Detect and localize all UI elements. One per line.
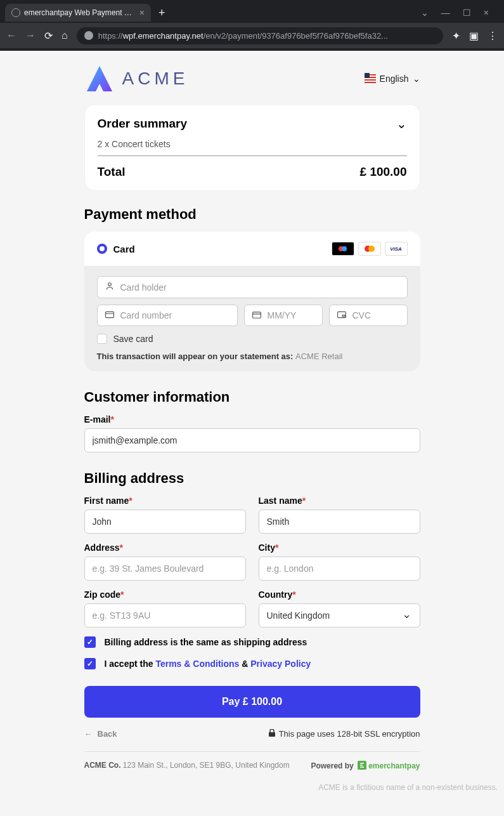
svg-rect-7 (105, 312, 113, 317)
maestro-icon (332, 242, 354, 256)
terms-link[interactable]: Terms & Conditions (155, 659, 239, 669)
first-name-label: First name* (84, 496, 246, 506)
footer-actions: ← Back This page uses 128-bit SSL encryp… (84, 729, 420, 739)
url-bar[interactable]: https://wpf.emerchantpay.net/en/v2/payme… (77, 27, 443, 44)
footer-address: 123 Main St., London, SE1 9BG, United Ki… (123, 761, 290, 770)
footer-company: ACME Co. (84, 761, 121, 770)
accept-terms-row[interactable]: ✓ I accept the Terms & Conditions & Priv… (84, 658, 420, 669)
page-footer: ACME Co. 123 Main St., London, SE1 9BG, … (84, 751, 420, 770)
checkbox-checked-icon[interactable]: ✓ (84, 658, 96, 669)
powered-by: Powered by emerchantpay (311, 761, 420, 770)
ssl-notice: This page uses 128-bit SSL encryption (269, 729, 420, 739)
order-line-item: 2 x Concert tickets (98, 139, 407, 156)
browser-chrome: emerchantpay Web Payment Form × + ⌄ — ☐ … (0, 0, 504, 51)
url-text: https://wpf.emerchantpay.net/en/v2/payme… (98, 31, 388, 41)
save-card-label: Save card (113, 334, 153, 344)
language-label: English (380, 74, 409, 84)
forward-icon[interactable]: → (25, 30, 36, 41)
first-name-input[interactable] (84, 510, 246, 534)
extensions-icon[interactable]: ✦ (452, 30, 460, 42)
accept-terms-text: I accept the Terms & Conditions & Privac… (105, 659, 311, 669)
payment-option-label: Card (113, 244, 135, 254)
window-controls: ⌄ — ☐ × (421, 8, 499, 18)
statement-merchant: ACME Retail (295, 352, 342, 361)
svg-rect-13 (269, 732, 275, 737)
panel-icon[interactable]: ▣ (469, 30, 479, 42)
language-selector[interactable]: English ⌄ (365, 73, 420, 84)
card-holder-input[interactable] (120, 282, 399, 293)
lock-icon (269, 729, 275, 739)
payment-method-card: Card VISA (84, 232, 420, 371)
same-as-shipping-label: Billing address is the same as shipping … (105, 637, 307, 647)
statement-notice: This transaction will appear on your sta… (97, 352, 408, 361)
tab-title: emerchantpay Web Payment Form (24, 8, 136, 17)
close-tab-icon[interactable]: × (139, 8, 145, 18)
country-select[interactable] (259, 603, 420, 628)
country-label: Country* (259, 589, 420, 600)
expiry-input[interactable] (268, 310, 314, 320)
disclaimer-text: ACME is a fictitious name of a non-exist… (0, 770, 504, 794)
brand-name: ACME (122, 69, 189, 89)
same-as-shipping-row[interactable]: ✓ Billing address is the same as shippin… (84, 636, 420, 648)
card-number-input[interactable] (120, 310, 229, 320)
checkbox-checked-icon[interactable]: ✓ (84, 636, 96, 648)
menu-icon[interactable]: ⋮ (488, 30, 498, 42)
last-name-input[interactable] (259, 510, 420, 534)
chevron-down-icon[interactable]: ⌄ (421, 8, 429, 18)
zip-input[interactable] (84, 603, 246, 628)
cvc-field[interactable] (329, 305, 408, 326)
cvc-icon (337, 310, 346, 320)
expiry-field[interactable] (244, 305, 323, 326)
privacy-link[interactable]: Privacy Policy (250, 659, 311, 669)
page-header: ACME English ⌄ (84, 63, 420, 94)
visa-icon: VISA (385, 242, 408, 256)
arrow-left-icon: ← (84, 729, 93, 739)
mastercard-icon (358, 242, 381, 256)
last-name-label: Last name* (259, 496, 420, 506)
tab-bar: emerchantpay Web Payment Form × + ⌄ — ☐ … (0, 0, 504, 23)
radio-selected-icon[interactable] (97, 244, 107, 254)
close-window-icon[interactable]: × (484, 8, 489, 18)
order-summary-title: Order summary (98, 117, 188, 131)
person-icon (105, 282, 114, 293)
email-label: E-mail* (84, 414, 420, 424)
cvc-input[interactable] (352, 310, 399, 320)
payment-method-title: Payment method (84, 206, 420, 223)
chevron-down-icon: ⌄ (413, 74, 420, 84)
maximize-icon[interactable]: ☐ (463, 8, 471, 18)
customer-info-title: Customer information (84, 389, 420, 405)
email-input[interactable] (84, 428, 420, 452)
back-link[interactable]: ← Back (84, 729, 117, 739)
order-total-row: Total £ 100.00 (98, 165, 407, 179)
save-card-row[interactable]: Save card (97, 334, 408, 344)
checkbox-unchecked-icon[interactable] (97, 334, 107, 344)
calendar-icon (252, 310, 261, 320)
address-label: Address* (84, 543, 246, 553)
nav-bar: ← → ⟳ ⌂ https://wpf.emerchantpay.net/en/… (0, 23, 504, 48)
address-input[interactable] (84, 556, 246, 581)
svg-rect-4 (365, 82, 376, 83)
svg-rect-3 (365, 79, 376, 81)
card-icon (105, 310, 114, 320)
pay-button[interactable]: Pay £ 100.00 (84, 686, 420, 718)
new-tab-button[interactable]: + (158, 6, 165, 20)
total-label: Total (98, 165, 126, 179)
acme-logo-icon (84, 63, 115, 94)
card-number-field[interactable] (97, 305, 238, 326)
payment-option-card[interactable]: Card VISA (84, 232, 420, 266)
chevron-down-icon[interactable]: ⌄ (396, 116, 407, 131)
card-holder-field[interactable] (97, 276, 408, 298)
city-input[interactable] (259, 556, 420, 581)
reload-icon[interactable]: ⟳ (44, 30, 53, 42)
order-summary-card: Order summary ⌄ 2 x Concert tickets Tota… (84, 104, 420, 191)
minimize-icon[interactable]: — (441, 8, 450, 18)
back-icon[interactable]: ← (6, 30, 16, 41)
globe-icon (11, 8, 20, 17)
svg-rect-9 (252, 312, 261, 318)
flag-us-icon (365, 73, 376, 84)
site-info-icon[interactable] (84, 31, 93, 40)
home-icon[interactable]: ⌂ (61, 30, 68, 41)
city-label: City* (259, 543, 420, 553)
emerchantpay-logo: emerchantpay (358, 761, 420, 770)
browser-tab[interactable]: emerchantpay Web Payment Form × (5, 4, 151, 22)
